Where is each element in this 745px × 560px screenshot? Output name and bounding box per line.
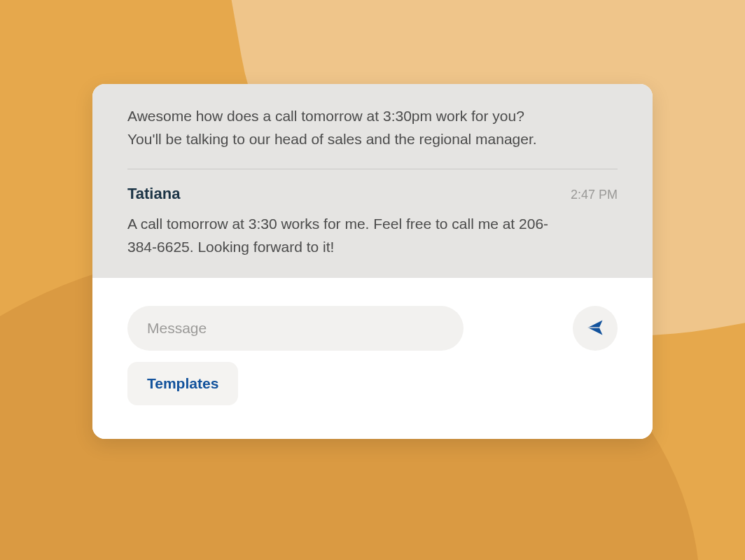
send-icon: [585, 318, 605, 340]
composer: Templates: [92, 278, 653, 439]
chat-card: Awesome how does a call tomorrow at 3:30…: [92, 84, 653, 439]
message-item: Tatiana 2:47 PM A call tomorrow at 3:30 …: [127, 185, 618, 258]
templates-button[interactable]: Templates: [127, 362, 238, 405]
send-button[interactable]: [573, 306, 618, 351]
message-header: Tatiana 2:47 PM: [127, 185, 618, 203]
message-body: Awesome how does a call tomorrow at 3:30…: [127, 105, 562, 150]
message-time: 2:47 PM: [571, 188, 618, 202]
message-body: A call tomorrow at 3:30 works for me. Fe…: [127, 213, 576, 258]
page-background: Awesome how does a call tomorrow at 3:30…: [0, 0, 745, 560]
message-divider: [127, 169, 618, 169]
message-input[interactable]: [127, 306, 464, 351]
sender-name: Tatiana: [127, 185, 180, 203]
message-thread: Awesome how does a call tomorrow at 3:30…: [92, 84, 653, 278]
